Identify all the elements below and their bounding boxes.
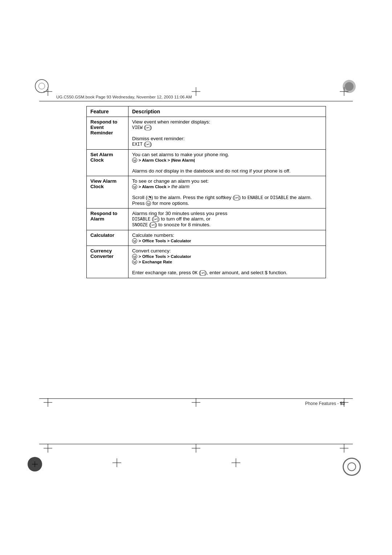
crosshair-in-circle-left (32, 461, 38, 467)
col-header-feature: Feature (87, 106, 128, 117)
desc-respond-alarm: Alarms ring for 30 minutes unless you pr… (128, 208, 326, 230)
crosshair-bottom-right (340, 398, 348, 407)
crosshair-top-right (340, 87, 348, 96)
table-row: Set AlarmClock You can set alarms to mak… (87, 150, 326, 176)
deco-gear-bottom-right (343, 458, 361, 476)
crosshair-b2-center (192, 444, 200, 453)
main-content: Feature Description Respond toEventRemin… (86, 106, 326, 278)
desc-respond-event: View event when reminder displays: VIEW … (128, 117, 326, 150)
feature-respond-event: Respond toEventReminder (87, 117, 128, 150)
menu-icon-currency1: M (132, 254, 137, 259)
desc-calculator: Calculate numbers: M > Office Tools > Ca… (128, 230, 326, 246)
feature-calculator: Calculator (87, 230, 128, 246)
crosshair-b2-right (340, 444, 348, 453)
table-row: CurrencyConverter Convert currency: M > … (87, 246, 326, 278)
crosshair-bottom-left (44, 398, 52, 407)
menu-icon-view-alarm2: M (146, 201, 151, 206)
feature-set-alarm: Set AlarmClock (87, 150, 128, 176)
menu-icon-currency2: M (132, 259, 137, 264)
feature-view-alarm: View AlarmClock (87, 176, 128, 208)
header-separator-line (39, 101, 353, 101)
crosshair-bc-left (113, 458, 121, 467)
table-row: Respond toEventReminder View event when … (87, 117, 326, 150)
crosshair-bottom-center (192, 398, 200, 407)
col-header-description: Description (128, 106, 326, 117)
table-row: Respond toAlarm Alarms ring for 30 minut… (87, 208, 326, 230)
menu-icon-view-alarm: M (132, 184, 137, 189)
feature-table: Feature Description Respond toEventRemin… (86, 106, 326, 278)
crosshair-bc-right (232, 458, 240, 467)
desc-view-alarm: To see or change an alarm you set: M > A… (128, 176, 326, 208)
feature-respond-alarm: Respond toAlarm (87, 208, 128, 230)
desc-currency: Convert currency: M > Office Tools > Cal… (128, 246, 326, 278)
desc-set-alarm: You can set alarms to make your phone ri… (128, 150, 326, 176)
crosshair-b2-left (44, 444, 52, 453)
menu-icon-set-alarm: M (132, 158, 137, 163)
table-row: Calculator Calculate numbers: M > Office… (87, 230, 326, 246)
crosshair-top-center (192, 87, 200, 96)
header-text: UG.C550.GSM.book Page 93 Wednesday, Nove… (56, 95, 192, 99)
feature-currency: CurrencyConverter (87, 246, 128, 278)
table-row: View AlarmClock To see or change an alar… (87, 176, 326, 208)
menu-icon-calc: M (132, 238, 137, 243)
footer-page-info: Phone Features - 93 (305, 401, 345, 406)
deco-gear-top-left (35, 79, 49, 93)
